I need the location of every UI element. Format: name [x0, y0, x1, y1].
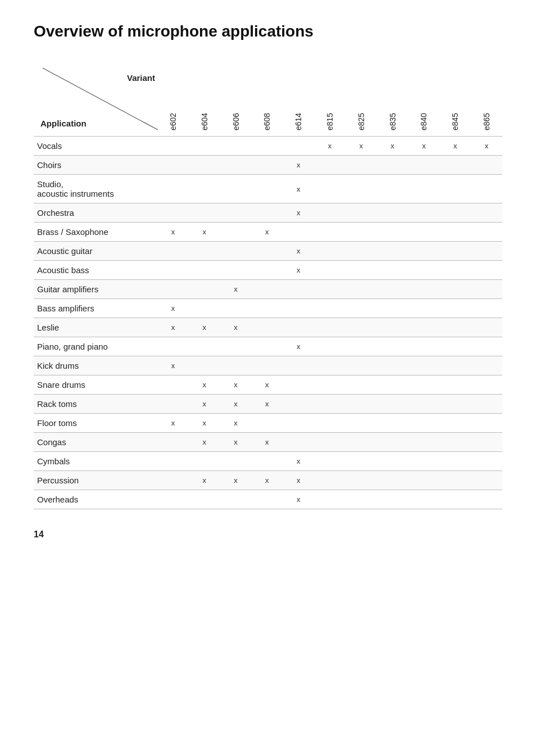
mark-cell-r10-c4: x: [283, 337, 314, 356]
mark-cell-r14-c7: [377, 414, 408, 433]
mark-cell-r15-c1: x: [189, 433, 220, 452]
mark-cell-r16-c8: [408, 452, 440, 471]
mark-cell-r15-c9: [439, 433, 471, 452]
mark-cell-r15-c2: x: [220, 433, 252, 452]
mark-cell-r13-c0: [157, 395, 189, 414]
mark-cell-r9-c8: [408, 318, 440, 337]
mark-cell-r7-c9: [439, 280, 471, 299]
mark-cell-r7-c6: [346, 280, 377, 299]
mark-cell-r18-c5: [314, 490, 346, 509]
mark-cell-r12-c8: [408, 375, 440, 395]
mark-cell-r4-c2: [220, 223, 252, 242]
mark-cell-r10-c10: [471, 337, 502, 356]
mark-cell-r11-c7: [377, 356, 408, 375]
mark-cell-r12-c9: [439, 375, 471, 395]
mark-cell-r5-c4: x: [283, 242, 314, 261]
application-cell: Acoustic guitar: [34, 242, 157, 261]
mark-cell-r3-c9: [439, 203, 471, 223]
mark-cell-r8-c10: [471, 299, 502, 318]
mark-cell-r13-c5: [314, 395, 346, 414]
mark-cell-r7-c0: [157, 280, 189, 299]
mark-cell-r8-c4: [283, 299, 314, 318]
mark-cell-r6-c5: [314, 261, 346, 280]
application-cell: Orchestra: [34, 203, 157, 223]
mark-cell-r4-c3: x: [251, 223, 283, 242]
mark-cell-r6-c7: [377, 261, 408, 280]
mark-cell-r2-c2: [220, 175, 252, 203]
mark-cell-r16-c2: [220, 452, 252, 471]
mark-cell-r10-c5: [314, 337, 346, 356]
table-row: Acoustic bassx: [34, 261, 502, 280]
mark-cell-r16-c6: [346, 452, 377, 471]
table-row: Lesliexxx: [34, 318, 502, 337]
mark-cell-r17-c0: [157, 471, 189, 490]
mark-cell-r16-c10: [471, 452, 502, 471]
mark-cell-r10-c3: [251, 337, 283, 356]
mark-cell-r6-c2: [220, 261, 252, 280]
mark-cell-r16-c7: [377, 452, 408, 471]
mark-cell-r18-c1: [189, 490, 220, 509]
mark-cell-r10-c6: [346, 337, 377, 356]
mark-cell-r5-c3: [251, 242, 283, 261]
mark-cell-r13-c6: [346, 395, 377, 414]
table-row: Acoustic guitarx: [34, 242, 502, 261]
mark-cell-r6-c10: [471, 261, 502, 280]
mark-cell-r0-c1: [189, 137, 220, 156]
mark-cell-r4-c6: [346, 223, 377, 242]
mark-cell-r1-c0: [157, 156, 189, 175]
mark-cell-r7-c2: x: [220, 280, 252, 299]
mark-cell-r13-c8: [408, 395, 440, 414]
table-row: Cymbalsx: [34, 452, 502, 471]
mark-cell-r14-c2: x: [220, 414, 252, 433]
mark-cell-r11-c4: [283, 356, 314, 375]
mark-cell-r0-c9: x: [439, 137, 471, 156]
mark-cell-r1-c8: [408, 156, 440, 175]
mark-cell-r5-c6: [346, 242, 377, 261]
mark-cell-r17-c1: x: [189, 471, 220, 490]
col-header-e865: e865: [471, 61, 502, 137]
mark-cell-r18-c9: [439, 490, 471, 509]
col-header-e608: e608: [251, 61, 283, 137]
mark-cell-r1-c3: [251, 156, 283, 175]
mark-cell-r13-c9: [439, 395, 471, 414]
col-header-e845: e845: [439, 61, 471, 137]
mark-cell-r11-c2: [220, 356, 252, 375]
mark-cell-r2-c0: [157, 175, 189, 203]
mark-cell-r5-c10: [471, 242, 502, 261]
table-row: Bass amplifiersx: [34, 299, 502, 318]
mark-cell-r14-c4: [283, 414, 314, 433]
mark-cell-r11-c3: [251, 356, 283, 375]
mark-cell-r8-c5: [314, 299, 346, 318]
mark-cell-r5-c0: [157, 242, 189, 261]
table-row: Guitar amplifiersx: [34, 280, 502, 299]
mark-cell-r1-c7: [377, 156, 408, 175]
mark-cell-r6-c3: [251, 261, 283, 280]
mark-cell-r7-c4: [283, 280, 314, 299]
mark-cell-r3-c8: [408, 203, 440, 223]
mark-cell-r7-c7: [377, 280, 408, 299]
table-header-row: Variant Application e602e604e606e608e614…: [34, 61, 502, 137]
application-cell: Bass amplifiers: [34, 299, 157, 318]
mark-cell-r8-c8: [408, 299, 440, 318]
mark-cell-r0-c3: [251, 137, 283, 156]
mark-cell-r18-c0: [157, 490, 189, 509]
mark-cell-r4-c9: [439, 223, 471, 242]
mark-cell-r10-c1: [189, 337, 220, 356]
mark-cell-r1-c5: [314, 156, 346, 175]
table-row: Floor tomsxxx: [34, 414, 502, 433]
mark-cell-r12-c7: [377, 375, 408, 395]
mark-cell-r6-c6: [346, 261, 377, 280]
mark-cell-r4-c7: [377, 223, 408, 242]
application-cell: Brass / Saxophone: [34, 223, 157, 242]
mark-cell-r2-c9: [439, 175, 471, 203]
application-cell: Percussion: [34, 471, 157, 490]
mark-cell-r9-c2: x: [220, 318, 252, 337]
mark-cell-r17-c8: [408, 471, 440, 490]
mark-cell-r11-c1: [189, 356, 220, 375]
mark-cell-r10-c8: [408, 337, 440, 356]
mark-cell-r14-c5: [314, 414, 346, 433]
mark-cell-r15-c8: [408, 433, 440, 452]
mark-cell-r4-c5: [314, 223, 346, 242]
mark-cell-r11-c9: [439, 356, 471, 375]
col-header-e604: e604: [189, 61, 220, 137]
